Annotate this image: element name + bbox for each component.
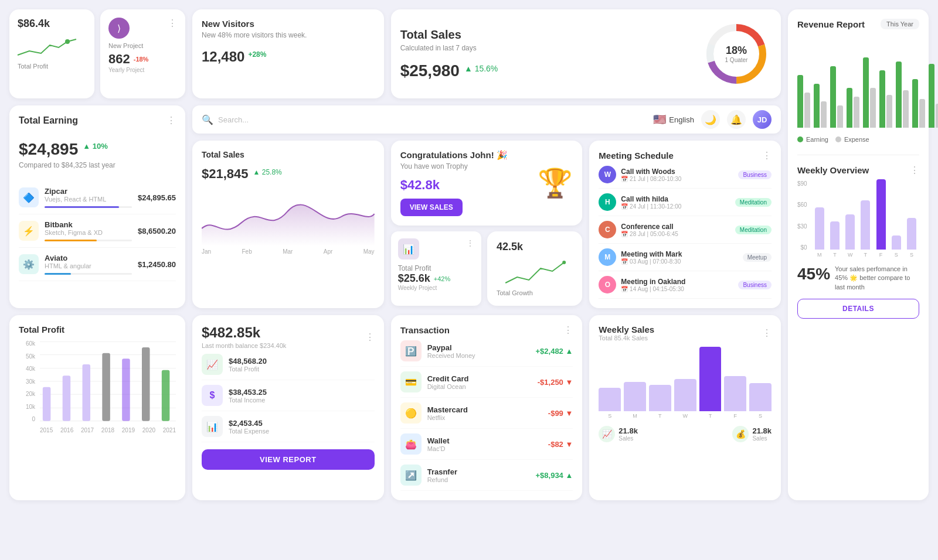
wo-bar-1: [815, 207, 824, 250]
meeting-avatar-1: W: [599, 166, 616, 183]
bitbank-icon: ⚡: [19, 221, 39, 241]
growth-chart: [497, 257, 573, 286]
new-visitors-change: +28%: [248, 50, 266, 59]
transaction-card: Transaction ⋮ 🅿️ Paypal Received Money +…: [391, 315, 583, 500]
total-earning-card: Total Earning ⋮ $24,895 ▲ 10% Compared t…: [9, 105, 185, 308]
balance-item-profit: 📈 $48,568.20 Total Profit: [202, 349, 375, 380]
language-label: English: [669, 115, 694, 124]
details-button[interactable]: DETAILS: [797, 299, 919, 319]
total-earning-amount: $24,895: [19, 140, 78, 159]
language-selector[interactable]: 🇺🇸 English: [653, 113, 694, 126]
meeting-avatar-3: C: [599, 221, 616, 238]
total-sales-top-info: Total Sales Calculated in last 7 days $2…: [400, 28, 498, 80]
profit-mini-amount: $25.6k: [398, 272, 430, 285]
ws-bar-s1: [599, 388, 621, 411]
weekly-overview-menu[interactable]: ⋮: [910, 165, 919, 176]
new-project-menu[interactable]: ⋮: [168, 18, 177, 29]
notification-button[interactable]: 🔔: [727, 110, 746, 129]
wo-bar-2: [830, 221, 840, 250]
total-growth-number: 42.5k: [497, 241, 573, 253]
flag-icon: 🇺🇸: [653, 113, 666, 126]
wallet-icon: 👛: [400, 433, 422, 455]
total-sales-mid-labels: Jan Feb Mar Apr May: [202, 248, 375, 255]
weekly-sales-bars: S M T W T F S: [599, 349, 772, 419]
total-growth-label: Total Growth: [497, 289, 573, 296]
ws-bar-s2: [749, 383, 772, 411]
meeting-badge-4: Meetup: [743, 253, 772, 262]
weekly-sales-title: Weekly Sales: [599, 325, 654, 334]
svg-point-6: [562, 261, 566, 264]
rv-bar-7: [896, 62, 909, 128]
balance-profit-icon: 📈: [202, 354, 223, 375]
svg-rect-16: [83, 364, 91, 421]
profit-growth-pair: 📊 ⋮ Total Profit $25.6k +42% Weekly Proj…: [391, 231, 583, 306]
rv-bar-4: [847, 88, 859, 128]
meeting-badge-3: Meditation: [735, 226, 772, 234]
total-profit-amount: $86.4k: [18, 18, 86, 30]
view-sales-button[interactable]: VIEW SALES: [400, 199, 463, 216]
tx-wallet: 👛 Wallet Mac'D -$82 ▼: [400, 429, 573, 460]
total-profit-big-title: Total Profit: [19, 325, 176, 334]
zipcar-icon: 🔷: [19, 187, 39, 207]
transaction-menu[interactable]: ⋮: [563, 325, 573, 336]
mastercard-icon: 🟡: [400, 402, 422, 424]
view-report-button[interactable]: VIEW REPORT: [202, 449, 375, 470]
profit-mini-icon: 📊: [398, 238, 419, 259]
ws-stat-right-icon: 💰: [732, 426, 749, 442]
balance-sub: Last month balance $234.40k: [202, 342, 286, 349]
revenue-bars: [797, 36, 919, 130]
wallet-amount: -$82 ▼: [548, 440, 573, 449]
donut-pct: 18%: [725, 45, 748, 57]
ts-change: ▲ 15.6%: [464, 64, 498, 73]
total-sales-mid-amount: $21,845: [202, 166, 249, 182]
meeting-avatar-2: H: [599, 193, 616, 211]
tx-paypal: 🅿️ Paypal Received Money +$2,482 ▲: [400, 336, 573, 367]
new-project-card: ⟩ ⋮ New Project 862 -18% Yearly Project: [100, 9, 185, 98]
transaction-title: Transaction: [400, 325, 450, 335]
meeting-item-5: O Meeting in Oakland 📅 14 Aug | 04:15-05…: [599, 271, 772, 299]
rv-bar-2: [814, 84, 827, 128]
legend-dot-gray: [835, 136, 841, 142]
ws-bar-t1: [649, 385, 671, 411]
svg-point-0: [65, 39, 70, 44]
ws-stat-left: 📈 21.8k Sales: [599, 426, 638, 442]
congrats-title: Congratulations John! 🎉: [400, 150, 573, 161]
profit-mini-menu[interactable]: ⋮: [466, 238, 474, 259]
theme-toggle-button[interactable]: 🌙: [701, 110, 720, 129]
svg-rect-15: [63, 375, 71, 421]
total-earning-menu[interactable]: ⋮: [166, 115, 176, 126]
meeting-item-2: H Call with hilda 📅 24 Jul | 11:30-12:00…: [599, 189, 772, 216]
meeting-schedule-title: Meeting Schedule: [599, 151, 674, 161]
wo-bar-7: [907, 218, 916, 250]
weekly-sales-menu[interactable]: ⋮: [762, 327, 772, 339]
new-project-change: -18%: [134, 56, 149, 63]
creditcard-icon: 💳: [400, 371, 422, 392]
rv-bar-9: [929, 64, 938, 128]
meeting-schedule-menu[interactable]: ⋮: [762, 150, 772, 161]
wo-bar-6: [892, 235, 901, 250]
svg-rect-17: [102, 353, 110, 421]
balance-card: $482.85k Last month balance $234.40k ⋮ 📈…: [192, 315, 384, 500]
total-profit-small-card: $86.4k Total Profit: [9, 9, 94, 98]
ws-bar-w: [674, 379, 696, 411]
congrats-pair: Congratulations John! 🎉 You have won Tro…: [391, 141, 583, 308]
transaction-list: 🅿️ Paypal Received Money +$2,482 ▲ 💳 Cre…: [400, 336, 573, 491]
balance-list: 📈 $48,568.20 Total Profit $ $38,453.25 T…: [202, 349, 375, 442]
tx-creditcard: 💳 Credit Card Digital Ocean -$1,250 ▼: [400, 367, 573, 398]
total-earning-compare: Compared to $84,325 last year: [19, 161, 176, 169]
total-growth-card: 42.5k Total Growth: [487, 231, 582, 306]
balance-item-expense: 📊 $2,453.45 Total Expense: [202, 411, 375, 442]
total-sales-top-card: Total Sales Calculated in last 7 days $2…: [391, 9, 781, 98]
wo-bar-5: [876, 179, 886, 250]
earning-list: 🔷 Zipcar Vuejs, React & HTML $24,895.65 …: [19, 181, 176, 281]
rv-bar-1: [797, 75, 810, 128]
meeting-avatar-4: M: [599, 248, 616, 266]
tp-y-labels: 60k50k40k30k20k10k0: [19, 340, 35, 422]
rv-bar-8: [912, 79, 925, 128]
search-placeholder-text[interactable]: Search...: [218, 115, 249, 124]
new-project-number: 862: [108, 52, 130, 67]
balance-menu[interactable]: ⋮: [365, 332, 375, 343]
weekly-sales-sub: Total 85.4k Sales: [599, 334, 654, 342]
user-avatar[interactable]: JD: [753, 110, 772, 129]
this-year-badge[interactable]: This Year: [881, 19, 919, 29]
